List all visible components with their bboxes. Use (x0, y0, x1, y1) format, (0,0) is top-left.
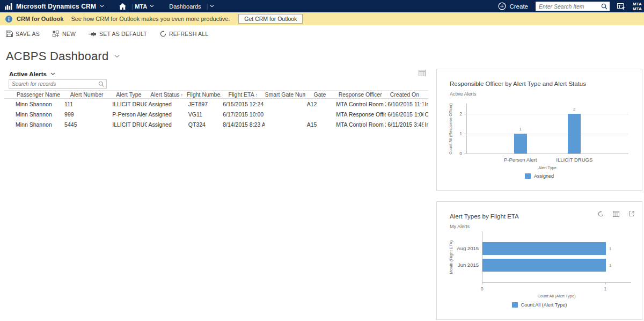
y-axis-line (466, 104, 467, 154)
dashboards-chevron-icon[interactable] (210, 5, 214, 8)
y-axis-title: Month (Flight ETA) (449, 240, 453, 273)
account-line2: MTA (633, 6, 644, 11)
x-category-label: ILLICIT DRUGS (542, 157, 606, 163)
command-bar: SAVE AS NEW SET AS DEFAULT REFRESH ALL (0, 25, 644, 42)
pin-icon (89, 31, 97, 37)
brand-title[interactable]: Microsoft Dynamics CRM (16, 3, 96, 10)
x-axis-line (482, 282, 631, 283)
set-as-default-label: SET AS DEFAULT (99, 31, 147, 37)
refresh-all-button[interactable]: REFRESH ALL (160, 31, 208, 37)
chart-responsible-officer: Responsible Officer by Alert Type and Al… (436, 69, 642, 191)
sort-ascending-icon: ↑ (181, 92, 184, 98)
column-header[interactable]: Alert Number (63, 91, 111, 98)
refresh-icon (160, 31, 166, 37)
column-header[interactable]: Flight ETA↑ (221, 91, 265, 98)
table-cell: A15 (305, 121, 334, 128)
table-row[interactable]: Minn Shannon5445ILLICIT DRUGSAssignedQT3… (4, 119, 428, 129)
table-cell: 6/10/2015 11:1... (386, 101, 423, 107)
active-alerts-title[interactable]: Active Alerts (9, 71, 55, 77)
y-axis-line (482, 231, 482, 282)
chart2-legend: Count:All (Alert Type) (437, 302, 642, 308)
bar-value-label: 1 (609, 246, 617, 251)
column-header[interactable]: Passenger Name (14, 91, 63, 98)
nav-item-dashboards-label: Dashboards (169, 3, 201, 10)
legend-swatch (512, 302, 518, 308)
table-cell: 5445 (63, 121, 111, 128)
page-title-chevron-icon[interactable] (114, 55, 120, 58)
column-header[interactable]: Alert Type (111, 91, 147, 98)
mta-chevron-icon (150, 5, 154, 8)
bar-Aug 2015[interactable] (482, 242, 606, 255)
nav-item-mta-label: MTA (135, 3, 147, 10)
y-category-label: Jun 2015 (439, 262, 479, 268)
table-cell: P-Person Alert (111, 111, 147, 118)
banner-message: See how CRM for Outlook makes you even m… (71, 16, 230, 22)
new-label: NEW (62, 31, 76, 37)
chart2-canvas: 1Aug 20151Jun 201501Count:All (Alert Typ… (437, 202, 642, 319)
y-axis-title: Count:All (Response Officer) (448, 103, 453, 154)
account-line1: MTA (633, 2, 644, 6)
advanced-find-icon[interactable] (617, 3, 625, 10)
column-header[interactable]: Alert Status↑ (147, 91, 187, 98)
table-cell: Assigned (147, 111, 187, 118)
chart1-canvas: 0121P-Person Alert2ILLICIT DRUGSAlert Ty… (437, 69, 642, 190)
table-cell: MTA Control Room 2 (334, 101, 386, 107)
bar-ILLICIT DRUGS[interactable] (568, 114, 581, 154)
set-as-default-button[interactable]: SET AS DEFAULT (89, 31, 147, 37)
column-header[interactable]: Created On (386, 91, 423, 98)
brand-chevron-icon[interactable] (100, 5, 104, 8)
bar-P-Person Alert[interactable] (514, 134, 527, 154)
table-cell: QT324 (187, 121, 221, 128)
global-search-input[interactable] (539, 3, 601, 10)
nav-item-mta[interactable]: MTA (135, 3, 154, 10)
column-header[interactable]: Response Officer (334, 91, 386, 98)
x-axis-line (466, 154, 628, 154)
gridline (466, 114, 628, 114)
records-search-input[interactable] (12, 81, 98, 87)
y-tick-label: 1 (452, 131, 462, 136)
save-as-button[interactable]: SAVE AS (6, 31, 40, 37)
create-button[interactable]: Create (498, 2, 528, 10)
table-row[interactable]: Minn Shannon111ILLICIT DRUGSAssignedJET8… (4, 99, 428, 109)
save-icon (6, 31, 13, 37)
create-button-label: Create (509, 3, 528, 10)
table-cell: Minn Shannon (14, 111, 63, 118)
bar-value-label: 1 (513, 127, 529, 132)
table-cell: MTA Response Officer 2 (334, 111, 386, 118)
table-cell: 6/17/2015 10:00 AM (221, 111, 265, 118)
account-info[interactable]: MTA MTA (633, 2, 644, 11)
banner-title: CRM for Outlook (17, 16, 63, 22)
x-tick-label: 1 (600, 286, 611, 291)
gridline (466, 134, 628, 134)
active-alerts-title-label: Active Alerts (9, 71, 47, 77)
dynamics-logo-icon[interactable] (5, 3, 12, 10)
column-header[interactable]: M... (423, 91, 428, 98)
y-category-label: Aug 2015 (439, 245, 479, 251)
records-search-icon[interactable] (98, 81, 104, 87)
save-as-label: SAVE AS (16, 31, 40, 37)
home-icon[interactable] (119, 3, 126, 10)
nav-item-dashboards[interactable]: Dashboards (169, 3, 201, 10)
table-cell: 111 (63, 101, 111, 107)
notification-banner: CRM for Outlook See how CRM for Outlook … (0, 12, 644, 25)
global-search (536, 2, 610, 11)
new-grid-icon (53, 31, 60, 37)
legend-swatch (525, 173, 531, 179)
column-header[interactable]: Flight Numbe... (187, 91, 221, 98)
table-cell: Inwa... (423, 121, 428, 128)
table-cell: Assigned (147, 101, 187, 107)
get-crm-outlook-button[interactable]: Get CRM for Outlook (238, 14, 303, 24)
column-header[interactable]: Smart Gate Number (265, 91, 305, 98)
bar-value-label: 2 (566, 107, 582, 112)
table-row[interactable]: Minn Shannon999P-Person AlertAssignedVG1… (4, 109, 428, 119)
table-cell: 6/11/2015 3:49... (386, 121, 423, 128)
bar-Jun 2015[interactable] (482, 259, 606, 272)
search-icon[interactable] (601, 3, 608, 10)
x-tick-label: 0 (477, 286, 487, 291)
active-alerts-panel: Active Alerts Passenger NameAlert Number… (4, 70, 428, 263)
new-button[interactable]: NEW (53, 31, 76, 37)
nav-divider: | (207, 3, 208, 10)
column-header[interactable]: Gate (305, 91, 334, 98)
legend-label: Count:All (Alert Type) (521, 302, 567, 308)
grid-view-icon[interactable] (419, 70, 426, 76)
